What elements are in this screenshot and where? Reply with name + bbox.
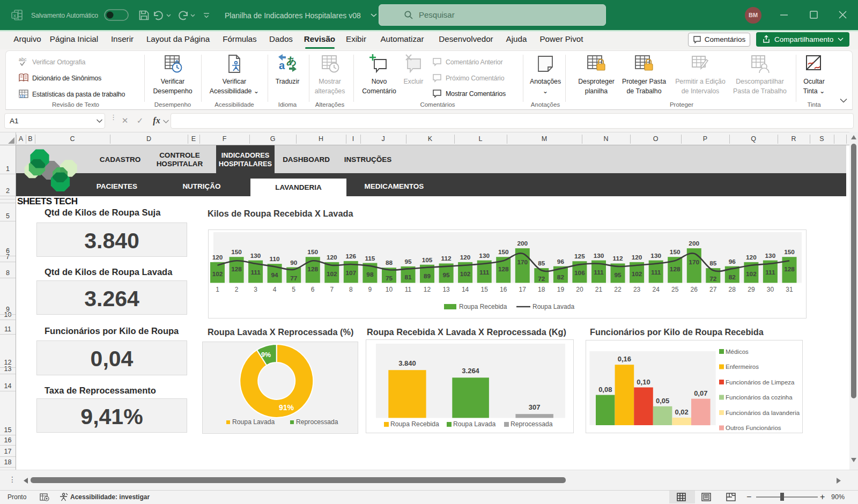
svg-text:Roupa Recebida: Roupa Recebida <box>459 303 507 310</box>
svg-text:128: 128 <box>784 265 795 273</box>
svg-text:12: 12 <box>424 286 431 293</box>
svg-text:0,02: 0,02 <box>675 408 689 416</box>
svg-text:Outros Funcionários: Outros Funcionários <box>726 425 781 431</box>
svg-text:120: 120 <box>212 254 223 261</box>
svg-text:9: 9 <box>368 286 372 293</box>
svg-text:Roupa Recebida: Roupa Recebida <box>390 420 439 428</box>
svg-text:120: 120 <box>746 254 757 261</box>
svg-text:96: 96 <box>557 258 565 265</box>
svg-text:102: 102 <box>327 270 337 278</box>
svg-text:Enfermeiros: Enfermeiros <box>726 364 759 370</box>
svg-text:128: 128 <box>670 265 681 273</box>
svg-text:6: 6 <box>311 286 315 293</box>
svg-text:Reprocessada: Reprocessada <box>296 418 338 426</box>
svg-text:150: 150 <box>784 248 795 256</box>
svg-text:31: 31 <box>786 286 793 293</box>
svg-text:8: 8 <box>349 286 353 293</box>
svg-text:128: 128 <box>498 265 509 273</box>
svg-text:5: 5 <box>292 286 295 293</box>
svg-text:21: 21 <box>595 286 603 293</box>
svg-text:3: 3 <box>254 286 257 293</box>
svg-text:18: 18 <box>538 286 545 293</box>
svg-text:9%: 9% <box>261 351 271 359</box>
svg-text:15: 15 <box>481 286 489 293</box>
svg-text:102: 102 <box>212 270 223 278</box>
svg-text:98: 98 <box>366 271 374 278</box>
svg-text:x: x <box>13 13 16 18</box>
svg-text:30: 30 <box>767 286 774 293</box>
svg-text:130: 130 <box>594 252 604 260</box>
svg-text:95: 95 <box>443 271 450 279</box>
svg-text:4: 4 <box>273 286 277 293</box>
svg-text:106: 106 <box>574 269 585 277</box>
svg-text:82: 82 <box>729 273 736 281</box>
svg-text:120: 120 <box>327 254 337 261</box>
svg-text:112: 112 <box>612 255 623 262</box>
svg-text:130: 130 <box>650 252 661 260</box>
svg-text:111: 111 <box>250 269 261 276</box>
svg-text:0,05: 0,05 <box>656 397 669 405</box>
svg-text:22: 22 <box>614 286 622 293</box>
svg-text:85: 85 <box>538 260 545 267</box>
svg-text:2: 2 <box>235 286 239 293</box>
svg-text:7: 7 <box>330 286 334 293</box>
svg-text:111: 111 <box>594 269 604 276</box>
svg-text:111: 111 <box>765 269 775 276</box>
svg-text:94: 94 <box>271 271 279 279</box>
svg-text:72: 72 <box>709 275 717 283</box>
svg-text:102: 102 <box>632 270 642 278</box>
svg-text:0,07: 0,07 <box>694 389 707 397</box>
svg-text:19: 19 <box>557 286 565 293</box>
svg-text:110: 110 <box>270 255 280 263</box>
svg-text:105: 105 <box>422 256 433 264</box>
svg-text:23: 23 <box>633 286 641 293</box>
svg-text:130: 130 <box>250 252 261 260</box>
svg-text:28: 28 <box>729 286 736 293</box>
svg-text:Roupa Lavada: Roupa Lavada <box>532 303 574 310</box>
svg-text:102: 102 <box>746 270 757 278</box>
svg-text:123: 123 <box>19 94 25 98</box>
svg-text:112: 112 <box>441 255 452 262</box>
svg-text:27: 27 <box>709 286 717 293</box>
svg-text:24: 24 <box>653 286 660 293</box>
svg-text:75: 75 <box>386 275 393 282</box>
svg-text:107: 107 <box>345 269 356 277</box>
svg-text:0,16: 0,16 <box>618 355 631 363</box>
svg-text:Roupa Lavada: Roupa Lavada <box>453 420 496 428</box>
svg-text:150: 150 <box>231 248 242 256</box>
svg-text:150: 150 <box>670 248 681 256</box>
svg-text:170: 170 <box>517 258 528 266</box>
svg-text:150: 150 <box>307 248 318 256</box>
svg-text:170: 170 <box>689 258 699 266</box>
svg-text:Reprocessada: Reprocessada <box>511 420 553 428</box>
svg-text:Médicos: Médicos <box>726 349 749 355</box>
svg-text:85: 85 <box>709 260 717 267</box>
svg-text:Roupa Lavada: Roupa Lavada <box>232 418 275 426</box>
svg-text:29: 29 <box>748 286 755 293</box>
svg-text:1: 1 <box>216 286 219 293</box>
svg-text:0,10: 0,10 <box>637 378 650 386</box>
svg-text:102: 102 <box>460 270 471 278</box>
svg-text:17: 17 <box>519 286 527 293</box>
svg-text:89: 89 <box>424 272 431 280</box>
svg-text:16: 16 <box>500 286 507 293</box>
svg-text:77: 77 <box>290 275 298 282</box>
svg-text:a: a <box>279 60 285 71</box>
svg-text:150: 150 <box>498 248 509 256</box>
svg-text:130: 130 <box>765 252 776 260</box>
svg-text:82: 82 <box>557 273 565 281</box>
svg-text:91%: 91% <box>279 403 294 412</box>
svg-text:25: 25 <box>671 286 679 293</box>
svg-text:111: 111 <box>479 269 490 276</box>
svg-text:307: 307 <box>529 403 541 411</box>
svg-text:111: 111 <box>651 269 661 276</box>
svg-text:90: 90 <box>290 259 298 266</box>
svg-text:14: 14 <box>462 286 469 293</box>
svg-text:13: 13 <box>442 286 450 293</box>
svg-text:130: 130 <box>479 252 490 260</box>
svg-text:26: 26 <box>691 286 698 293</box>
svg-text:abc: abc <box>19 57 27 62</box>
svg-text:95: 95 <box>404 258 412 265</box>
svg-text:115: 115 <box>365 255 375 262</box>
svg-text:128: 128 <box>231 265 242 273</box>
